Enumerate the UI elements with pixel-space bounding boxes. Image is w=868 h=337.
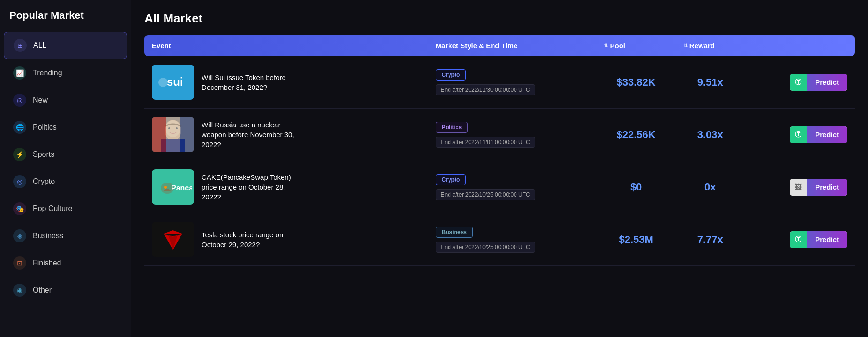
svg-point-0: [158, 78, 168, 87]
action-cell: Ⓣ Predict: [745, 56, 855, 109]
tag-cell: Crypto End after 2022/11/30 00:00:00 UTC: [428, 56, 597, 109]
reward-sort-icon: ⇅: [683, 43, 688, 49]
market-table: Event Market Style & End Time ⇅ Pool ⇅ R…: [144, 35, 855, 266]
reward-cell: 7.77x: [676, 213, 745, 266]
reward-cell: 0x: [676, 161, 745, 213]
svg-text:Pancake: Pancake: [171, 184, 192, 192]
predict-label: Predict: [807, 231, 847, 248]
trending-icon: 📈: [13, 66, 26, 80]
market-tag: Business: [436, 227, 473, 238]
sidebar-label-crypto: Crypto: [33, 177, 55, 186]
event-cell: Will Russia use a nuclear weapon before …: [144, 109, 428, 161]
sidebar-item-all[interactable]: ⊞ ALL: [4, 32, 127, 59]
pool-cell: $33.82K: [596, 56, 675, 109]
sidebar-item-business[interactable]: ◈ Business: [4, 223, 127, 249]
event-title: Will Sui issue Token before December 31,…: [202, 73, 305, 92]
action-cell: Ⓣ Predict: [745, 109, 855, 161]
new-icon: ◎: [13, 94, 26, 107]
pool-cell: $22.56K: [596, 109, 675, 161]
sidebar-label-new: New: [33, 96, 48, 104]
tag-cell: Politics End after 2022/11/01 00:00:00 U…: [428, 109, 597, 161]
pool-cell: $2.53M: [596, 213, 675, 266]
business-icon: ◈: [13, 229, 26, 242]
pool-sort-icon: ⇅: [604, 43, 608, 49]
tag-cell: Business End after 2022/10/25 00:00:00 U…: [428, 213, 597, 266]
predict-label: Predict: [807, 74, 847, 91]
page-title: All Market: [144, 11, 855, 26]
predict-token-icon: Ⓣ: [790, 126, 807, 143]
svg-rect-9: [166, 117, 180, 152]
predict-label: Predict: [807, 179, 847, 196]
sidebar-item-new[interactable]: ◎ New: [4, 87, 127, 113]
sidebar-item-other[interactable]: ◉ Other: [4, 277, 127, 303]
sidebar-item-trending[interactable]: 📈 Trending: [4, 60, 127, 86]
event-title: CAKE(PancakeSwap Token) price range on O…: [202, 172, 305, 202]
sidebar-title: Popular Market: [0, 9, 131, 31]
crypto-icon: ◎: [13, 175, 26, 188]
end-time: End after 2022/10/25 00:00:00 UTC: [436, 242, 535, 253]
th-pool[interactable]: ⇅ Pool: [596, 35, 675, 56]
action-cell: Ⓣ Predict: [745, 213, 855, 266]
event-title: Tesla stock price range on October 29, 2…: [202, 230, 305, 249]
market-tag: Crypto: [436, 174, 466, 185]
action-cell: 🖼 Predict: [745, 161, 855, 213]
predict-button[interactable]: Ⓣ Predict: [790, 126, 847, 143]
predict-button[interactable]: 🖼 Predict: [790, 179, 847, 196]
tesla-thumb: [152, 222, 194, 257]
sidebar-label-finished: Finished: [33, 259, 61, 267]
end-time: End after 2022/10/25 00:00:00 UTC: [436, 189, 535, 200]
table-row: Tesla stock price range on October 29, 2…: [144, 213, 855, 266]
end-time: End after 2022/11/30 00:00:00 UTC: [436, 84, 535, 95]
event-title: Will Russia use a nuclear weapon before …: [202, 120, 305, 149]
market-tag: Crypto: [436, 69, 466, 81]
svg-point-12: [164, 186, 167, 189]
main-content: All Market Event Market Style & End Time…: [131, 0, 868, 337]
event-cell: sui Will Sui issue Token before December…: [144, 56, 428, 109]
event-cell: Pancake CAKE(PancakeSwap Token) price ra…: [144, 161, 428, 213]
th-action: [745, 35, 855, 56]
sidebar-label-sports: Sports: [33, 150, 54, 159]
predict-image-icon: 🖼: [790, 179, 807, 196]
table-header-row: Event Market Style & End Time ⇅ Pool ⇅ R…: [144, 35, 855, 56]
pancake-thumb: Pancake: [152, 169, 194, 205]
putin-thumb: [152, 117, 194, 152]
predict-label: Predict: [807, 126, 847, 143]
predict-button[interactable]: Ⓣ Predict: [790, 231, 847, 248]
table-row: sui Will Sui issue Token before December…: [144, 56, 855, 109]
predict-token-icon: Ⓣ: [790, 231, 807, 248]
tag-cell: Crypto End after 2022/10/25 00:00:00 UTC: [428, 161, 597, 213]
sidebar-item-popculture[interactable]: 🎭 Pop Culture: [4, 196, 127, 222]
sidebar-item-crypto[interactable]: ◎ Crypto: [4, 168, 127, 195]
politics-icon: 🌐: [13, 121, 26, 134]
th-event: Event: [144, 35, 428, 56]
pool-cell: $0: [596, 161, 675, 213]
th-market-style: Market Style & End Time: [428, 35, 597, 56]
th-reward[interactable]: ⇅ Reward: [676, 35, 745, 56]
finished-icon: ⊡: [13, 256, 26, 270]
sidebar-label-trending: Trending: [33, 69, 62, 77]
sidebar-item-finished[interactable]: ⊡ Finished: [4, 250, 127, 276]
sidebar-label-business: Business: [33, 232, 63, 240]
sidebar-item-sports[interactable]: ⚡ Sports: [4, 141, 127, 168]
end-time: End after 2022/11/01 00:00:00 UTC: [436, 137, 535, 148]
predict-button[interactable]: Ⓣ Predict: [790, 74, 847, 91]
sidebar-label-all: ALL: [33, 41, 46, 50]
popculture-icon: 🎭: [13, 202, 26, 215]
predict-token-icon: Ⓣ: [790, 74, 807, 91]
sidebar-label-popculture: Pop Culture: [33, 205, 73, 213]
sidebar-label-other: Other: [33, 286, 52, 294]
sui-thumb: sui: [152, 65, 194, 100]
market-tag: Politics: [436, 122, 468, 133]
event-cell: Tesla stock price range on October 29, 2…: [144, 213, 428, 266]
svg-rect-8: [152, 117, 166, 152]
sidebar-item-politics[interactable]: 🌐 Politics: [4, 114, 127, 140]
svg-text:sui: sui: [167, 75, 183, 88]
svg-rect-10: [180, 117, 194, 152]
reward-cell: 3.03x: [676, 109, 745, 161]
table-row: Will Russia use a nuclear weapon before …: [144, 109, 855, 161]
sidebar: Popular Market ⊞ ALL 📈 Trending ◎ New 🌐 …: [0, 0, 131, 337]
all-icon: ⊞: [14, 39, 27, 52]
sidebar-label-politics: Politics: [33, 123, 57, 132]
sports-icon: ⚡: [13, 148, 26, 161]
table-row: Pancake CAKE(PancakeSwap Token) price ra…: [144, 161, 855, 213]
